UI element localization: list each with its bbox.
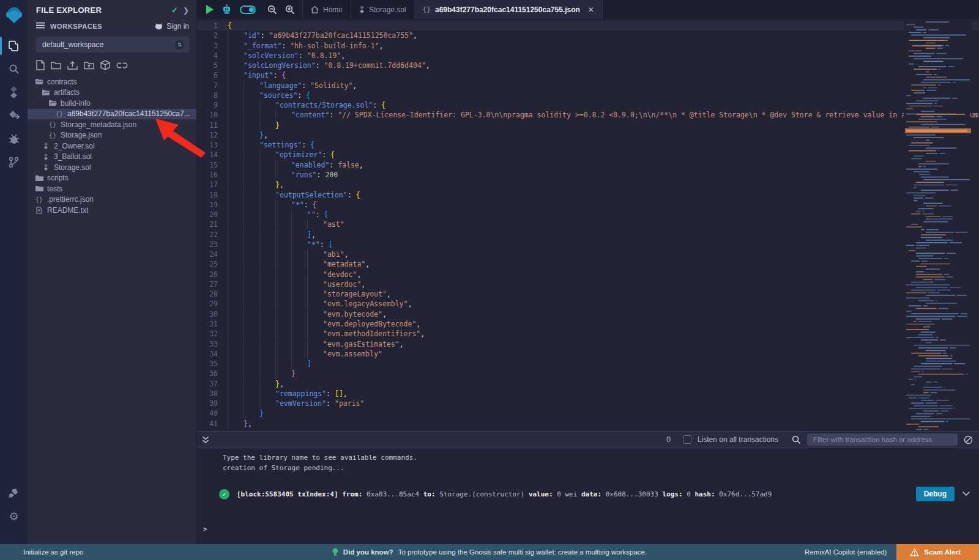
new-folder-icon[interactable] <box>51 61 61 70</box>
code-line[interactable]: 35] <box>197 359 979 369</box>
file-explorer-icon[interactable] <box>0 34 28 57</box>
remixai-robot-icon[interactable] <box>221 4 232 15</box>
code-line[interactable]: 7"language": "Solidity", <box>197 81 979 90</box>
code-line[interactable]: 27"userdoc", <box>197 279 979 289</box>
chevron-down-icon[interactable] <box>962 489 970 499</box>
run-script-icon[interactable] <box>206 5 214 14</box>
close-icon[interactable]: ✕ <box>588 6 594 14</box>
code-line[interactable]: 30"evm.bytecode", <box>197 309 979 319</box>
solidity-compiler-icon[interactable] <box>0 81 28 104</box>
code-line[interactable]: 38"remappings": [], <box>197 389 979 399</box>
debugger-icon[interactable] <box>0 127 28 150</box>
upload-file-icon[interactable] <box>67 61 78 70</box>
tree-item[interactable]: {}Storage.json <box>28 130 196 141</box>
plugin-manager-icon[interactable] <box>0 482 28 505</box>
debug-button[interactable]: Debug <box>916 487 955 501</box>
git-icon[interactable] <box>0 150 28 174</box>
upload-folder-icon[interactable] <box>84 61 94 70</box>
copilot-status[interactable]: RemixAI Copilot (enabled) <box>805 548 887 556</box>
code-line[interactable]: 16"runs": 200 <box>197 170 979 180</box>
code-line[interactable]: 21"ast" <box>197 219 979 229</box>
code-line[interactable]: 26"devdoc", <box>197 270 979 279</box>
terminal-prompt[interactable]: > <box>203 524 207 534</box>
terminal-search-icon[interactable] <box>792 435 801 444</box>
minimap[interactable] <box>904 19 972 431</box>
code-line[interactable]: 32"evm.methodIdentifiers", <box>197 329 979 339</box>
tree-item[interactable]: Storage.sol <box>28 162 196 173</box>
zoom-out-icon[interactable] <box>267 5 277 15</box>
code-line[interactable]: 1{ <box>197 21 979 31</box>
tree-item[interactable]: tests <box>28 183 196 194</box>
tree-item[interactable]: README.txt <box>28 205 196 216</box>
code-line[interactable]: 5"solcLongVersion": "0.8.19+commit.7dd6d… <box>197 61 979 70</box>
deploy-run-icon[interactable] <box>0 104 28 127</box>
code-line[interactable]: 34"evm.assembly" <box>197 349 979 359</box>
clear-console-icon[interactable] <box>964 435 973 444</box>
transaction-filter-input[interactable] <box>807 433 958 446</box>
code-line[interactable]: 36} <box>197 369 979 378</box>
link-icon[interactable] <box>116 61 128 70</box>
terminal[interactable]: Type the library name to see available c… <box>197 448 979 544</box>
line-number: 35 <box>197 359 228 369</box>
code-line[interactable]: 8"sources": { <box>197 90 979 100</box>
init-git-repo-button[interactable]: Initialize as git repo <box>0 548 83 556</box>
code-line[interactable]: 23"*": [ <box>197 240 979 249</box>
tree-item-label: README.txt <box>47 206 88 215</box>
tree-item[interactable]: contracts <box>28 76 196 87</box>
tree-item[interactable]: {}Storage_metadata.json <box>28 119 196 130</box>
remix-logo-icon[interactable] <box>0 2 28 29</box>
tree-item[interactable]: artifacts <box>28 87 196 98</box>
cube-icon[interactable] <box>100 60 110 70</box>
code-line[interactable]: 11} <box>197 120 979 130</box>
code-line[interactable]: 3"_format": "hh-sol-build-info-1", <box>197 41 979 51</box>
code-line[interactable]: 40} <box>197 408 979 418</box>
code-line[interactable]: 15"enabled": false, <box>197 160 979 170</box>
code-line[interactable]: 41}, <box>197 419 979 429</box>
code-line[interactable]: 18"outputSelection": { <box>197 190 979 200</box>
code-line[interactable]: 31"evm.deployedBytecode", <box>197 319 979 329</box>
code-line[interactable]: 19"*": { <box>197 200 979 210</box>
code-line[interactable]: 29"evm.legacyAssembly", <box>197 299 979 309</box>
code-line[interactable]: 4"solcVersion": "0.8.19", <box>197 51 979 61</box>
search-icon[interactable] <box>0 57 28 81</box>
code-line[interactable]: 22], <box>197 230 979 240</box>
settings-gear-icon[interactable]: ⚙ <box>0 505 28 528</box>
tree-item[interactable]: {}a69b43f277ba20fcac141151250ca7... <box>28 109 196 120</box>
code-line[interactable]: 33"evm.gasEstimates", <box>197 339 979 349</box>
tree-item[interactable]: build-info <box>28 98 196 109</box>
toggle-on-icon[interactable] <box>240 6 256 14</box>
code-line[interactable]: 13"settings": { <box>197 140 979 150</box>
listen-all-checkbox[interactable] <box>683 435 691 444</box>
code-line[interactable]: 9"contracts/Storage.sol": { <box>197 100 979 110</box>
hamburger-menu-icon[interactable] <box>36 22 45 31</box>
transaction-log-row[interactable]: ✓ [block:5583405 txIndex:4] from: 0xa03.… <box>219 486 970 502</box>
new-file-icon[interactable] <box>36 60 45 70</box>
tab-storage-sol[interactable]: Storage.sol <box>351 0 414 19</box>
github-sign-in-button[interactable]: Sign in <box>154 22 189 31</box>
code-line[interactable]: 39"evmVersion": "paris" <box>197 399 979 408</box>
code-line[interactable]: 14"optimizer": { <box>197 150 979 160</box>
tree-item[interactable]: 3_Ballot.sol <box>28 152 196 163</box>
zoom-in-icon[interactable] <box>285 5 295 15</box>
expand-terminal-icon[interactable] <box>202 436 209 444</box>
code-line[interactable]: 2"id": "a69b43f277ba20fcac141151250ca755… <box>197 31 979 40</box>
tree-item[interactable]: scripts <box>28 173 196 184</box>
code-line[interactable]: 24"abi", <box>197 249 979 259</box>
code-line[interactable]: 25"metadata", <box>197 259 979 269</box>
code-line[interactable]: 12}, <box>197 130 979 140</box>
tree-item[interactable]: {}.prettierrc.json <box>28 194 196 205</box>
code-line[interactable]: 17}, <box>197 180 979 190</box>
code-line[interactable]: 20"": [ <box>197 210 979 219</box>
tab-build-info-json[interactable]: {} a69b43f277ba20fcac141151250ca755.json… <box>414 0 603 19</box>
code-line[interactable]: 6"input": { <box>197 70 979 80</box>
code-editor[interactable]: 1{2"id": "a69b43f277ba20fcac141151250ca7… <box>197 19 979 431</box>
workspace-select[interactable]: default_workspace ⇅ <box>36 37 189 53</box>
chevron-right-icon[interactable]: ❯ <box>183 6 189 15</box>
scam-alert-badge[interactable]: Scam Alert <box>896 544 979 560</box>
lightbulb-icon <box>332 548 338 557</box>
code-line[interactable]: 28"storageLayout", <box>197 289 979 299</box>
tab-home[interactable]: Home <box>302 0 351 19</box>
code-line[interactable]: 10"content": "// SPDX-License-Identifier… <box>197 110 979 120</box>
code-line[interactable]: 37}, <box>197 379 979 389</box>
tree-item[interactable]: 2_Owner.sol <box>28 141 196 152</box>
